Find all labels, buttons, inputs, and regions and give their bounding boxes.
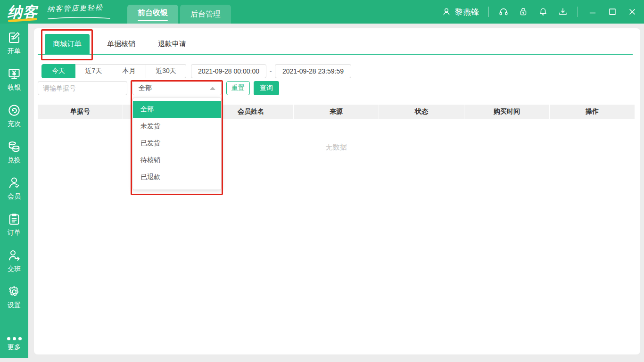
- col-actions: 操作: [550, 105, 635, 119]
- col-order-no: 单据号: [38, 105, 123, 119]
- minimize-button[interactable]: [587, 7, 598, 17]
- status-select[interactable]: 全部: [132, 81, 222, 95]
- shift-change-icon: [7, 248, 22, 263]
- sidebar-nav: 开单 收银 充次 兑换 会员 订单 交班: [0, 24, 28, 358]
- sidebar-item-label: 会员: [8, 192, 21, 201]
- search-button[interactable]: 查询: [254, 81, 279, 95]
- col-source: 来源: [294, 105, 379, 119]
- dropdown-option-shipped[interactable]: 已发货: [133, 135, 221, 152]
- recharge-cycle-icon: [7, 103, 22, 118]
- title-bar: 纳客 纳客管店更轻松 前台收银 后台管理 黎燕锋: [0, 0, 644, 24]
- notification-bell-icon[interactable]: [538, 7, 548, 17]
- col-buy-time: 购买时间: [464, 105, 550, 119]
- sidebar-item-label: 设置: [8, 301, 21, 310]
- active-tab-underline: [138, 20, 168, 21]
- date-to-input[interactable]: 2021-09-28 23:59:59: [275, 64, 351, 78]
- sidebar-item-settings[interactable]: 设置: [0, 284, 28, 321]
- tab-backend-manage-label: 后台管理: [190, 9, 221, 19]
- user-name: 黎燕锋: [455, 7, 479, 17]
- caret-up-icon: [210, 87, 215, 90]
- reset-button[interactable]: 重置: [226, 81, 250, 95]
- tab-refund-request[interactable]: 退款申请: [151, 34, 193, 54]
- tabs-underline: [38, 54, 633, 55]
- more-dots-icon: [7, 337, 22, 340]
- slogan-text: 纳客管店更轻松: [47, 3, 114, 14]
- quick-filter-month[interactable]: 本月: [112, 64, 146, 78]
- sidebar-more-label: 更多: [8, 343, 21, 352]
- quick-filter-7days[interactable]: 近7天: [75, 64, 112, 78]
- tab-bill-verify[interactable]: 单据核销: [100, 34, 142, 54]
- empty-state-text: 无数据: [38, 143, 635, 152]
- sidebar-item-cashier[interactable]: 收银: [0, 66, 28, 103]
- dropdown-option-unshipped[interactable]: 未发货: [133, 118, 221, 135]
- dropdown-option-pending-verify[interactable]: 待核销: [133, 152, 221, 169]
- tab-shop-orders[interactable]: 商城订单: [45, 34, 90, 54]
- col-status: 状态: [379, 105, 464, 119]
- date-from-input[interactable]: 2021-09-28 00:00:00: [191, 64, 266, 78]
- quick-filter-30days[interactable]: 近30天: [146, 64, 186, 78]
- sidebar-item-recharge[interactable]: 充次: [0, 103, 28, 139]
- status-select-value: 全部: [139, 84, 152, 92]
- dropdown-option-all[interactable]: 全部: [133, 101, 221, 118]
- sidebar-item-label: 订单: [8, 229, 21, 237]
- lock-screen-icon[interactable]: [518, 7, 528, 17]
- support-headset-icon[interactable]: [498, 7, 509, 17]
- sidebar-item-label: 开单: [8, 47, 21, 56]
- exchange-coins-icon: [7, 139, 22, 154]
- sidebar-item-label: 交班: [8, 265, 21, 273]
- sidebar-item-open-order[interactable]: 开单: [0, 30, 28, 66]
- close-button[interactable]: [627, 7, 637, 17]
- sidebar-item-orders[interactable]: 订单: [0, 212, 28, 248]
- status-dropdown-panel: 全部 未发货 已发货 待核销 已退款: [132, 98, 222, 190]
- main-content: 商城订单 单据核销 退款申请 今天 近7天 本月 近30天 2021-09-28…: [34, 28, 640, 354]
- mode-tabs: 前台收银 后台管理: [127, 5, 231, 24]
- slogan-underline: [47, 16, 111, 20]
- orders-clipboard-icon: [7, 212, 22, 227]
- quick-filter-today[interactable]: 今天: [41, 64, 75, 78]
- divider: [578, 7, 578, 17]
- sidebar-item-label: 兑换: [8, 156, 21, 165]
- sidebar-item-label: 收银: [8, 83, 21, 92]
- sidebar-item-label: 充次: [8, 120, 21, 128]
- sidebar-item-shift[interactable]: 交班: [0, 248, 28, 284]
- cashier-monitor-icon: [7, 66, 22, 82]
- tab-backend-manage[interactable]: 后台管理: [180, 5, 231, 24]
- user-icon: [442, 7, 451, 16]
- dropdown-option-refunded[interactable]: 已退款: [133, 169, 221, 186]
- date-separator: -: [267, 64, 274, 78]
- orders-table-header: 单据号 会员姓名 来源 状态 购买时间 操作: [38, 105, 635, 119]
- tab-front-cashier[interactable]: 前台收银: [127, 5, 178, 24]
- member-person-icon: [7, 175, 22, 190]
- maximize-button[interactable]: [607, 7, 618, 17]
- sidebar-item-more[interactable]: 更多: [0, 337, 28, 352]
- divider: [488, 7, 489, 17]
- date-quick-filters: 今天 近7天 本月 近30天: [41, 64, 186, 78]
- current-user[interactable]: 黎燕锋: [442, 7, 479, 17]
- slogan: 纳客管店更轻松: [47, 4, 113, 20]
- tab-front-cashier-label: 前台收银: [138, 8, 168, 18]
- sidebar-item-member[interactable]: 会员: [0, 175, 28, 212]
- order-no-input[interactable]: [38, 81, 127, 95]
- settings-gear-icon: [7, 284, 22, 299]
- download-update-icon[interactable]: [558, 7, 568, 17]
- order-pen-icon: [7, 30, 22, 45]
- sidebar-item-exchange[interactable]: 兑换: [0, 139, 28, 175]
